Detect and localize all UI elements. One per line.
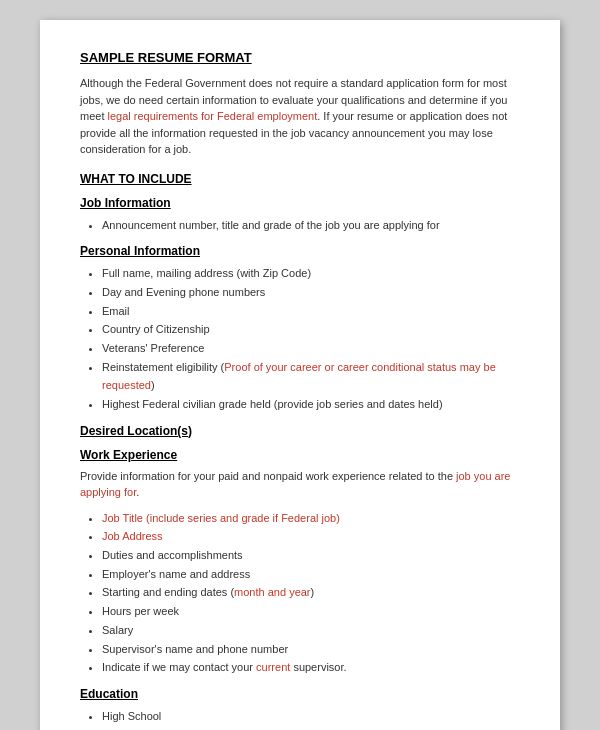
personal-info-list: Full name, mailing address (with Zip Cod… [102, 264, 520, 414]
work-exp-description: Provide information for your paid and no… [80, 468, 520, 501]
list-item: Veterans' Preference [102, 339, 520, 358]
list-item: Starting and ending dates (month and yea… [102, 583, 520, 602]
list-item: Country of Citizenship [102, 320, 520, 339]
list-item: Salary [102, 621, 520, 640]
work-exp-header: Work Experience [80, 448, 520, 462]
list-item: Reinstatement eligibility (Proof of your… [102, 358, 520, 395]
education-list: High School Name, City, and State [102, 707, 520, 730]
personal-info-header: Personal Information [80, 244, 520, 258]
work-exp-list: Job Title (include series and grade if F… [102, 509, 520, 677]
what-to-include-header: WHAT TO INCLUDE [80, 172, 520, 186]
page-title: SAMPLE RESUME FORMAT [80, 50, 520, 65]
list-item: Announcement number, title and grade of … [102, 216, 520, 235]
list-item: High School Name, City, and State [102, 707, 520, 730]
list-item: Name, City, and State [122, 726, 520, 730]
high-school-sub-list: Name, City, and State [122, 726, 520, 730]
education-header: Education [80, 687, 520, 701]
job-info-header: Job Information [80, 196, 520, 210]
list-item: Day and Evening phone numbers [102, 283, 520, 302]
desired-location-header: Desired Location(s) [80, 424, 520, 438]
list-item: Highest Federal civilian grade held (pro… [102, 395, 520, 414]
intro-paragraph: Although the Federal Government does not… [80, 75, 520, 158]
job-info-list: Announcement number, title and grade of … [102, 216, 520, 235]
list-item: Indicate if we may contact your current … [102, 658, 520, 677]
list-item: Full name, mailing address (with Zip Cod… [102, 264, 520, 283]
list-item: Employer's name and address [102, 565, 520, 584]
list-item: Duties and accomplishments [102, 546, 520, 565]
list-item: Email [102, 302, 520, 321]
list-item: Hours per week [102, 602, 520, 621]
resume-page: SAMPLE RESUME FORMAT Although the Federa… [40, 20, 560, 730]
list-item: Job Address [102, 527, 520, 546]
list-item: Job Title (include series and grade if F… [102, 509, 520, 528]
list-item: Supervisor's name and phone number [102, 640, 520, 659]
